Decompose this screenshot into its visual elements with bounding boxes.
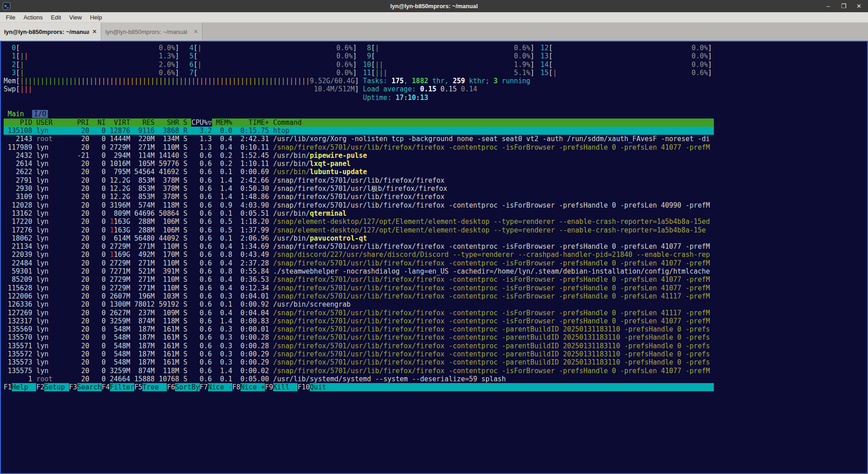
process-row-22484[interactable]: 22484 lyn 20 0 2729M 271M 110M S 0.6 0.4… [4,259,714,267]
menu-item-help[interactable]: Help [86,13,106,22]
menu-item-edit[interactable]: Edit [47,13,65,22]
process-row-127269[interactable]: 127269 lyn 20 0 2627M 237M 109M S 0.6 0.… [4,309,714,317]
fkey-f3[interactable]: F3Search [69,383,102,391]
process-row-21134[interactable]: 21134 lyn 20 0 2729M 271M 110M S 0.6 0.4… [4,242,714,251]
process-row-85209[interactable]: 85209 lyn 20 0 2729M 271M 110M S 0.6 0.4… [4,275,714,284]
process-row-1[interactable]: 1 root 20 0 24664 15888 10768 S 0.6 0.1 … [4,375,714,383]
htop-screen-tabs: Main I/O [4,110,867,118]
process-row-132317[interactable]: 132317 lyn 20 0 3259M 874M 118M S 0.6 1.… [4,317,714,325]
cpu-meter-9: 9[ 0.0%] [359,52,534,60]
process-row-2143[interactable]: 2143 root 20 0 1444M 220M 134M S 1.3 0.4… [4,135,714,143]
restore-button[interactable]: ❐ [840,3,847,9]
uptime: Uptime: 17:10:13 [363,94,429,102]
fkey-f7[interactable]: F7Nice - [200,383,232,391]
cpu-meter-4: 4[| 0.6%] [181,44,357,52]
htop-tab-io[interactable]: I/O [32,110,48,118]
window-title: lyn@lyn-b850mprors: ~/manual [0,3,868,9]
cpu-meter-10: 10[|| 1.9%] [359,61,534,69]
fkey-f9[interactable]: F9Kill [265,383,297,391]
fkey-f2[interactable]: F2Setup [36,383,69,391]
process-row-18062[interactable]: 18062 lyn 20 0 614M 56480 44092 S 0.6 0.… [4,234,714,242]
cpu-meter-5: 5[ 0.0%] [181,52,357,60]
tasks-summary: Tasks: 175, 1882 thr, 259 kthr; 3 runnin… [363,77,530,85]
process-row-13162[interactable]: 13162 lyn 20 0 809M 64696 50864 S 0.6 0.… [4,209,714,218]
cpu-meter-8: 8[| 0.6%] [359,44,534,52]
memory-meter: Mem[||||||||||||||||||||||||||||||||||||… [4,77,359,85]
cpu-meter-7: 7[ 0.0%] [181,69,357,77]
cpu-meter-1: 1[|| 1.3%] [4,52,179,60]
menu-item-actions[interactable]: Actions [19,13,47,22]
process-row-17276[interactable]: 17276 lyn 20 0 1163G 288M 106M S 0.6 0.5… [4,226,714,234]
process-row-17220[interactable]: 17220 lyn 20 0 1163G 288M 106M S 0.6 0.5… [4,218,714,226]
fkey-f4[interactable]: F4Filter [102,383,134,391]
titlebar: >_ lyn@lyn-b850mprors: ~/manual – ❐ ✕ [0,0,868,12]
process-row-135570[interactable]: 135570 lyn 20 0 548M 187M 161M S 0.6 0.3… [4,333,714,341]
process-row-135108[interactable]: 135108 lyn 20 0 12876 9116 3868 R 3.2 0.… [4,127,714,135]
cpu-meter-14: 14[ 0.0%] [537,61,712,69]
terminal-tab-1[interactable]: lyn@lyn-b850mprors: ~/manual✕ [0,23,101,41]
fkey-f8[interactable]: F8Nice + [232,383,265,391]
cpu-meter-6: 6[| 0.6%] [181,61,357,69]
sort-column-cpu[interactable]: CPU%▽ [191,118,212,127]
cpu-meter-13: 13[ 0.0%] [537,52,712,60]
menu-bar: FileActionsEditViewHelp [0,12,868,22]
terminal-tab-2[interactable]: lyn@lyn-b850mprors: ~/manual✕ [101,23,203,41]
process-row-135573[interactable]: 135573 lyn 20 0 548M 187M 161M S 0.6 0.3… [4,358,714,366]
process-row-117989[interactable]: 117989 lyn 20 0 2729M 271M 110M S 1.3 0.… [4,143,714,152]
process-row-2930[interactable]: 2930 lyn 20 0 12.2G 853M 378M S 0.6 1.4 … [4,185,714,193]
close-button[interactable]: ✕ [855,3,863,9]
process-row-2791[interactable]: 2791 lyn 20 0 12.2G 853M 378M S 0.6 1.4 … [4,176,714,185]
fkey-f6[interactable]: F6SortBy [167,383,199,391]
qterminal-window: >_ lyn@lyn-b850mprors: ~/manual – ❐ ✕ Fi… [0,0,868,474]
fkey-f5[interactable]: F5Tree [134,383,167,391]
terminal-app-icon: >_ [3,2,10,10]
process-row-126336[interactable]: 126336 lyn 20 0 1300M 78012 59192 S 0.6 … [4,300,714,308]
fkey-f10[interactable]: F10Quit [297,383,334,391]
menu-item-file[interactable]: File [2,13,19,22]
tab-label: lyn@lyn-b850mprors: ~/manual [105,28,190,35]
fkey-f1[interactable]: F1Help [4,383,36,391]
process-row-115628[interactable]: 115628 lyn 20 0 2729M 271M 110M S 0.6 0.… [4,284,714,292]
process-row-135572[interactable]: 135572 lyn 20 0 548M 187M 161M S 0.6 0.3… [4,350,714,358]
process-row-12028[interactable]: 12028 lyn 20 0 3196M 574M 118M S 0.6 0.9… [4,201,714,209]
tab-label: lyn@lyn-b850mprors: ~/manual [4,28,89,35]
swap-meter: Swp[||| 10.4M/512M] [4,85,359,93]
process-row-2614[interactable]: 2614 lyn 20 0 1016M 105M 59776 S 0.6 0.2… [4,160,714,168]
process-row-135575[interactable]: 135575 lyn 20 0 3259M 874M 118M S 0.6 1.… [4,367,714,375]
load-average: Load average: 0.15 0.15 0.14 [363,85,477,93]
process-row-59301[interactable]: 59301 lyn 20 0 7271M 521M 391M S 0.6 0.8… [4,267,714,275]
process-row-22039[interactable]: 22039 lyn 20 0 1169G 492M 170M S 0.6 0.8… [4,251,714,259]
minimize-button[interactable]: – [825,3,832,9]
cpu-meter-3: 3[| 0.6%] [4,69,179,77]
process-table-header[interactable]: PID USER PRI NI VIRT RES SHR S CPU%▽ MEM… [4,118,714,127]
process-row-2432[interactable]: 2432 lyn -21 0 294M 114M 14140 S 0.6 0.2… [4,152,714,160]
cpu-meter-11: 11[||| 5.1%] [359,69,534,77]
cpu-meter-0: 0[ 0.0%] [4,44,179,52]
tab-close-icon[interactable]: ✕ [193,28,198,35]
terminal-screen: 0[ 0.0%] 4[| 0.6%] 8[| 0.6%] 12[ 0.0%] 1… [1,42,867,473]
terminal-viewport[interactable]: 0[ 0.0%] 4[| 0.6%] 8[| 0.6%] 12[ 0.0%] 1… [0,41,868,474]
tab-close-icon[interactable]: ✕ [92,28,97,35]
process-row-135569[interactable]: 135569 lyn 20 0 548M 187M 161M S 0.6 0.3… [4,325,714,333]
cpu-meter-2: 2[| 2.0%] [4,61,179,69]
process-row-3109[interactable]: 3109 lyn 20 0 12.2G 853M 378M S 0.6 1.4 … [4,193,714,201]
htop-tab-main[interactable]: Main [8,110,24,118]
process-row-135571[interactable]: 135571 lyn 20 0 548M 187M 161M S 0.6 0.3… [4,342,714,350]
menu-item-view[interactable]: View [65,13,86,22]
cpu-meter-15: 15[| 0.6%] [537,69,712,77]
process-row-2622[interactable]: 2622 lyn 20 0 795M 54564 41692 S 0.6 0.1… [4,168,714,176]
tab-bar: lyn@lyn-b850mprors: ~/manual✕lyn@lyn-b85… [0,22,868,41]
process-row-122006[interactable]: 122006 lyn 20 0 2607M 196M 103M S 0.6 0.… [4,292,714,300]
function-key-bar: F1Help F2Setup F3SearchF4FilterF5Tree F6… [4,383,714,391]
cpu-meter-12: 12[ 0.0%] [537,44,712,52]
